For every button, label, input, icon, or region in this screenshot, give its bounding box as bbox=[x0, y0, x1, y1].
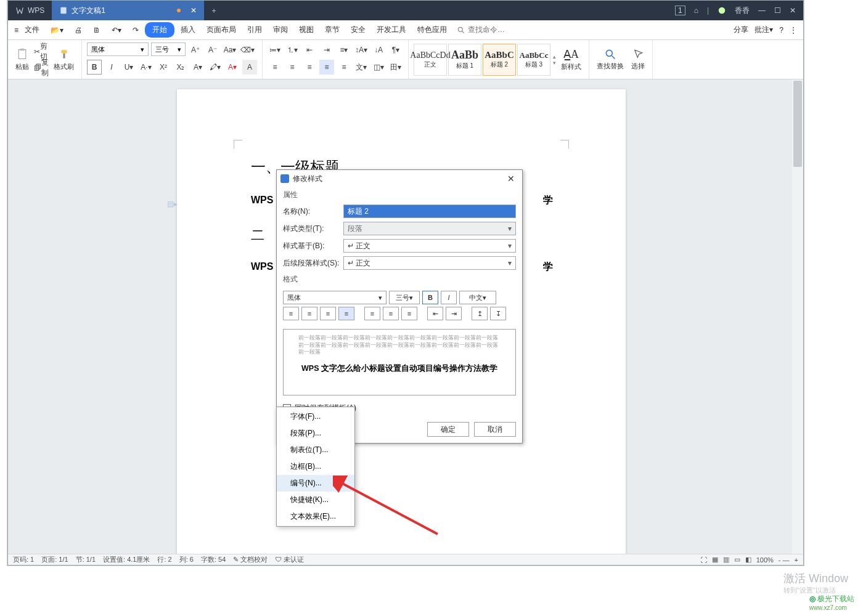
file-menu[interactable]: 文件 bbox=[20, 22, 44, 38]
linespace-icon[interactable]: ↕A▾ bbox=[354, 43, 369, 57]
comment-button[interactable]: 批注▾ bbox=[755, 25, 773, 35]
strike-button[interactable]: A·▾ bbox=[139, 60, 153, 75]
win-badge-icon[interactable]: 1 bbox=[675, 6, 685, 15]
dlg-bold-button[interactable]: B bbox=[422, 291, 438, 304]
tab-featured[interactable]: 特色应用 bbox=[412, 22, 452, 38]
win-min-icon[interactable]: — bbox=[758, 6, 766, 15]
status-page[interactable]: 页面: 1/1 bbox=[41, 555, 68, 564]
tab-layout[interactable]: 页面布局 bbox=[202, 22, 241, 38]
menu-paragraph[interactable]: 段落(P)... bbox=[277, 425, 354, 442]
italic-button[interactable]: I bbox=[104, 60, 119, 75]
dlg-italic-button[interactable]: I bbox=[441, 291, 457, 304]
dlg-align-center[interactable]: ≡ bbox=[301, 307, 317, 320]
brand-tab[interactable]: WPS bbox=[8, 1, 52, 20]
status-pageno[interactable]: 页码: 1 bbox=[13, 555, 34, 564]
ok-button[interactable]: 确定 bbox=[427, 422, 469, 437]
user-avatar-icon[interactable] bbox=[718, 6, 726, 15]
distribute-icon[interactable]: ≡ bbox=[337, 60, 351, 75]
align-left-icon[interactable]: ≡ bbox=[268, 60, 282, 75]
paste-button[interactable]: 粘贴 bbox=[13, 47, 31, 71]
font-name-select[interactable]: 黑体▾ bbox=[87, 43, 149, 56]
sort-icon[interactable]: ↓A bbox=[371, 43, 386, 57]
tab-view[interactable]: 视图 bbox=[294, 22, 319, 38]
dlg-space-loose[interactable]: ≡ bbox=[401, 307, 417, 320]
showmarks-icon[interactable]: ¶▾ bbox=[388, 43, 403, 57]
share-button[interactable]: 分享 bbox=[734, 25, 748, 35]
status-setval[interactable]: 设置值: 4.1厘米 bbox=[103, 555, 150, 564]
dlg-font-select[interactable]: 黑体▾ bbox=[283, 291, 387, 304]
tab-security[interactable]: 安全 bbox=[346, 22, 370, 38]
clear-format-icon[interactable]: ⌫▾ bbox=[240, 43, 255, 57]
menu-tabs[interactable]: 制表位(T)... bbox=[277, 442, 354, 458]
grow-font-icon[interactable]: A⁺ bbox=[188, 43, 203, 57]
change-case-icon[interactable]: Aa▾ bbox=[223, 43, 237, 57]
style-heading3[interactable]: AaBbCc标题 3 bbox=[517, 44, 550, 76]
shading-icon[interactable]: ◫▾ bbox=[371, 60, 386, 75]
text-direction-icon[interactable]: 文▾ bbox=[354, 60, 369, 75]
dialog-close-icon[interactable]: ✕ bbox=[504, 174, 518, 184]
tab-close-icon[interactable]: ✕ bbox=[190, 6, 197, 15]
select-following[interactable]: ↵ 正文▾ bbox=[343, 256, 516, 270]
more-icon[interactable]: ⋮ bbox=[790, 26, 797, 34]
open-icon[interactable]: 📂▾ bbox=[46, 23, 68, 37]
new-style-button[interactable]: A̲A 新样式 bbox=[558, 47, 584, 71]
dlg-indent-inc[interactable]: ⇥ bbox=[446, 307, 462, 320]
bold-button[interactable]: B bbox=[87, 60, 102, 75]
align-center-icon[interactable]: ≡ bbox=[285, 60, 300, 75]
undo-icon[interactable]: ↶▾ bbox=[107, 23, 126, 37]
zoom-out-icon[interactable]: - — bbox=[779, 556, 790, 564]
tab-review[interactable]: 审阅 bbox=[268, 22, 293, 38]
view-fullscreen-icon[interactable]: ⛶ bbox=[700, 556, 707, 564]
subscript-button[interactable]: X₂ bbox=[173, 60, 188, 75]
dialog-titlebar[interactable]: 修改样式 ✕ bbox=[277, 170, 522, 187]
tab-chapter[interactable]: 章节 bbox=[320, 22, 345, 38]
superscript-button[interactable]: X² bbox=[156, 60, 171, 75]
menu-hamburger-icon[interactable]: ≡ bbox=[14, 26, 18, 34]
tab-devtools[interactable]: 开发工具 bbox=[372, 22, 411, 38]
copy-button[interactable]: 🗐 复制 bbox=[34, 60, 49, 75]
numbering-icon[interactable]: ⒈▾ bbox=[285, 43, 300, 57]
zoom-in-icon[interactable]: + bbox=[795, 556, 798, 564]
menu-shortcut[interactable]: 快捷键(K)... bbox=[277, 492, 354, 508]
command-search[interactable]: 查找命令… bbox=[457, 25, 505, 35]
select-button[interactable]: 选择 bbox=[629, 48, 647, 71]
menu-font[interactable]: 字体(F)... bbox=[277, 408, 354, 425]
shrink-font-icon[interactable]: A⁻ bbox=[205, 43, 220, 57]
para-handle-icon[interactable]: ▤▸ bbox=[167, 200, 178, 208]
font-color-button[interactable]: A▾ bbox=[225, 60, 240, 75]
dlg-align-left[interactable]: ≡ bbox=[283, 307, 299, 320]
dlg-align-right[interactable]: ≡ bbox=[320, 307, 336, 320]
dlg-indent-dec[interactable]: ⇤ bbox=[427, 307, 443, 320]
style-gallery-more[interactable]: ▴▾ bbox=[552, 54, 557, 66]
dlg-space-normal[interactable]: ≡ bbox=[383, 307, 399, 320]
tab-reference[interactable]: 引用 bbox=[242, 22, 267, 38]
dlg-space-tight[interactable]: ≡ bbox=[364, 307, 380, 320]
dlg-align-justify[interactable]: ≡ bbox=[338, 307, 354, 320]
borders-icon[interactable]: 田▾ bbox=[388, 60, 403, 75]
status-col[interactable]: 列: 6 bbox=[179, 555, 194, 564]
input-name[interactable]: 标题 2 bbox=[343, 205, 516, 218]
dlg-para-before[interactable]: ↥ bbox=[472, 307, 488, 320]
style-normal[interactable]: AaBbCcDd正文 bbox=[414, 44, 447, 76]
align-right-icon[interactable]: ≡ bbox=[302, 60, 317, 75]
status-section[interactable]: 节: 1/1 bbox=[76, 555, 96, 564]
scroll-thumb[interactable] bbox=[793, 81, 802, 167]
menu-border[interactable]: 边框(B)... bbox=[277, 458, 354, 475]
redo-icon[interactable]: ↷ bbox=[128, 23, 144, 37]
status-line[interactable]: 行: 2 bbox=[157, 555, 171, 564]
dlg-size-select[interactable]: 三号 ▾ bbox=[389, 291, 420, 304]
bullets-icon[interactable]: ≔▾ bbox=[268, 43, 282, 57]
font-size-select[interactable]: 三号▾ bbox=[151, 43, 186, 56]
preview-icon[interactable]: 🗎 bbox=[88, 23, 105, 37]
char-shading-button[interactable]: A bbox=[242, 60, 257, 75]
view-read-icon[interactable]: ▥ bbox=[723, 556, 729, 564]
tab-insert[interactable]: 插入 bbox=[176, 22, 200, 38]
view-print-icon[interactable]: ▦ bbox=[712, 556, 718, 564]
new-tab-button[interactable]: ＋ bbox=[204, 1, 224, 20]
vertical-scrollbar[interactable] bbox=[792, 79, 803, 554]
status-check[interactable]: ✎ 文档校对 bbox=[233, 555, 268, 564]
dlg-para-after[interactable]: ↧ bbox=[490, 307, 506, 320]
format-brush-button[interactable]: 格式刷 bbox=[51, 47, 76, 71]
view-outline-icon[interactable]: ◧ bbox=[745, 556, 751, 564]
menu-texteffect[interactable]: 文本效果(E)... bbox=[277, 508, 354, 525]
